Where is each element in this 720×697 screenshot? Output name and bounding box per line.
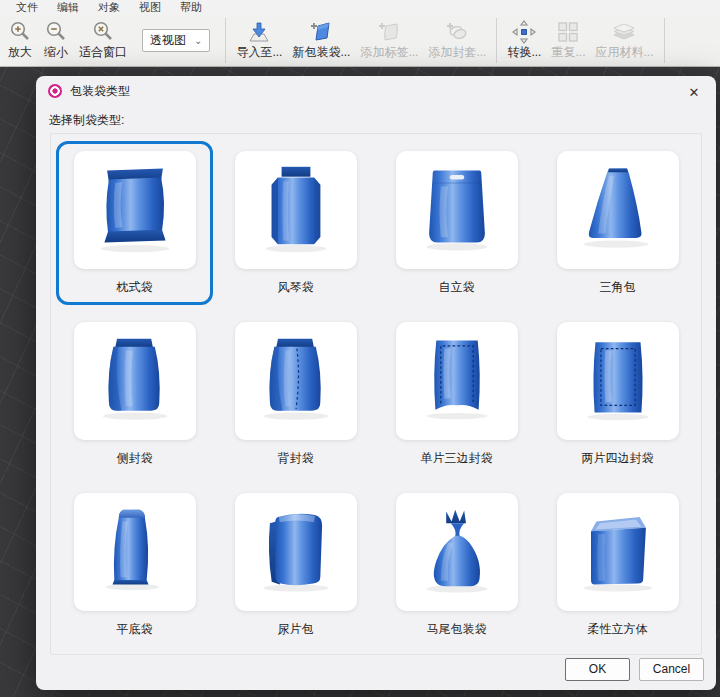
app-viewport: 文件 编辑 对象 视图 帮助 放大 缩小 适合窗口 透视图 (0, 0, 720, 697)
bag-thumbnail-cube (557, 493, 679, 611)
zoom-out-label: 缩小 (44, 45, 68, 60)
bag-label: 平底袋 (117, 622, 153, 636)
apply-material-icon (610, 18, 638, 45)
new-bag-button[interactable]: 新包装袋... (287, 15, 355, 66)
chevron-down-icon: ⌄ (194, 37, 202, 45)
bag-label: 马尾包装袋 (427, 622, 487, 636)
close-icon[interactable]: ✕ (685, 83, 703, 101)
bag-thumbnail-side-seal (74, 322, 196, 440)
toolbar: 放大 缩小 适合窗口 透视图 ⌄ 导入至... (0, 14, 720, 67)
menu-help[interactable]: 帮助 (172, 0, 213, 15)
new-bag-label: 新包装袋... (292, 45, 350, 60)
import-to-button[interactable]: 导入至... (231, 15, 287, 66)
zoom-in-button[interactable]: 放大 (2, 15, 38, 66)
add-label-button[interactable]: 添加标签... (355, 15, 423, 66)
bag-thumbnail-gusset (235, 151, 357, 269)
bag-label: 尿片包 (278, 622, 314, 636)
dialog-titlebar: 包装袋类型 (36, 76, 716, 106)
bag-label: 风琴袋 (278, 280, 314, 294)
add-sleeve-icon (444, 18, 470, 45)
bag-label: 侧封袋 (117, 451, 153, 465)
menu-edit[interactable]: 编辑 (49, 0, 90, 15)
bag-type-panel: 枕式袋 风琴袋 自立袋 (50, 133, 702, 655)
zoom-in-label: 放大 (8, 45, 32, 60)
fit-window-label: 适合窗口 (79, 45, 127, 60)
new-bag-icon (308, 18, 334, 45)
app-logo-icon (48, 84, 62, 98)
bag-label: 枕式袋 (117, 280, 153, 294)
bag-thumbnail-four-side (557, 322, 679, 440)
view-mode-value: 透视图 (150, 32, 186, 49)
convert-button[interactable]: 转换... (502, 15, 546, 66)
dialog-prompt: 选择制袋类型: (49, 112, 124, 129)
import-to-label: 导入至... (236, 45, 282, 60)
bag-label: 柔性立方体 (588, 622, 648, 636)
repeat-grid-icon (555, 18, 581, 45)
toolbar-separator (496, 18, 497, 63)
import-icon (246, 18, 272, 45)
cancel-button[interactable]: Cancel (639, 658, 704, 681)
toolbar-separator (664, 18, 665, 63)
bag-option-cube[interactable]: 柔性立方体 (539, 483, 696, 647)
dialog-footer: OK Cancel (36, 655, 716, 690)
bag-label: 两片四边封袋 (582, 451, 654, 465)
bag-option-triangle[interactable]: 三角包 (539, 141, 696, 305)
zoom-out-icon (44, 18, 68, 45)
bag-option-three-side[interactable]: 单片三边封袋 (378, 312, 535, 476)
bag-option-standup[interactable]: 自立袋 (378, 141, 535, 305)
zoom-in-icon (8, 18, 32, 45)
bag-option-diaper[interactable]: 尿片包 (217, 483, 374, 647)
fit-window-button[interactable]: 适合窗口 (74, 15, 132, 66)
bag-label: 背封袋 (278, 451, 314, 465)
bag-thumbnail-flat-bottom (74, 493, 196, 611)
bag-label: 自立袋 (439, 280, 475, 294)
bag-option-flat-bottom[interactable]: 平底袋 (56, 483, 213, 647)
add-sleeve-button[interactable]: 添加封套... (423, 15, 491, 66)
menu-file[interactable]: 文件 (8, 0, 49, 15)
bag-option-gusset[interactable]: 风琴袋 (217, 141, 374, 305)
toolbar-separator (225, 18, 226, 63)
zoom-out-button[interactable]: 缩小 (38, 15, 74, 66)
bag-type-dialog: 包装袋类型 ✕ 选择制袋类型: 枕式袋 风琴袋 (36, 76, 716, 690)
add-label-label: 添加标签... (360, 45, 418, 60)
convert-label: 转换... (507, 45, 541, 60)
bag-option-four-side[interactable]: 两片四边封袋 (539, 312, 696, 476)
bag-thumbnail-standup (396, 151, 518, 269)
menu-object[interactable]: 对象 (90, 0, 131, 15)
menu-view[interactable]: 视图 (131, 0, 172, 15)
fit-window-icon (91, 18, 115, 45)
repeat-button[interactable]: 重复... (546, 15, 590, 66)
apply-material-label: 应用材料... (595, 45, 653, 60)
add-label-icon (376, 18, 402, 45)
dialog-title: 包装袋类型 (70, 83, 130, 100)
convert-move-icon (511, 18, 537, 45)
bag-thumbnail-three-side (396, 322, 518, 440)
bag-thumbnail-diaper (235, 493, 357, 611)
bag-option-side-seal[interactable]: 侧封袋 (56, 312, 213, 476)
view-mode-dropdown[interactable]: 透视图 ⌄ (142, 29, 210, 52)
bag-thumbnail-pillow (74, 151, 196, 269)
apply-material-button[interactable]: 应用材料... (590, 15, 658, 66)
bag-thumbnail-back-seal (235, 322, 357, 440)
bag-thumbnail-ponytail (396, 493, 518, 611)
menu-bar: 文件 编辑 对象 视图 帮助 (0, 0, 720, 14)
repeat-label: 重复... (551, 45, 585, 60)
bag-label: 单片三边封袋 (421, 451, 493, 465)
bag-option-back-seal[interactable]: 背封袋 (217, 312, 374, 476)
bag-label: 三角包 (600, 280, 636, 294)
bag-option-ponytail[interactable]: 马尾包装袋 (378, 483, 535, 647)
ok-button[interactable]: OK (565, 658, 630, 681)
bag-thumbnail-triangle (557, 151, 679, 269)
bag-type-grid: 枕式袋 风琴袋 自立袋 (51, 134, 701, 647)
bag-option-pillow[interactable]: 枕式袋 (56, 141, 213, 305)
add-sleeve-label: 添加封套... (428, 45, 486, 60)
